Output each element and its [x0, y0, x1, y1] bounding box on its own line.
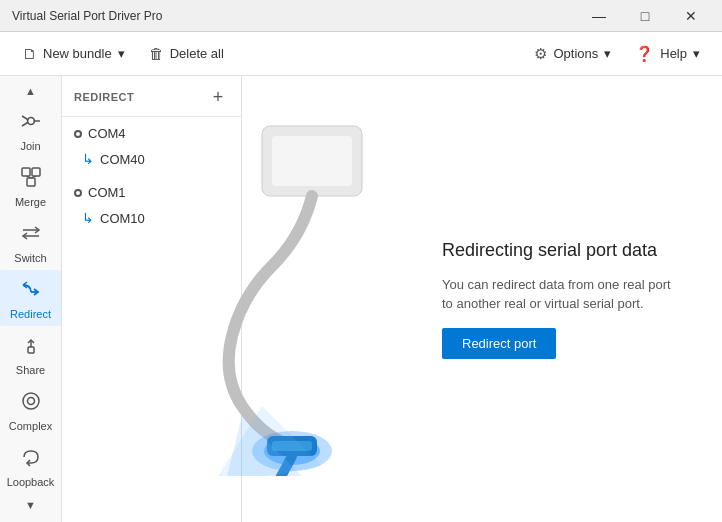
port-indicator-icon-2	[74, 189, 82, 197]
svg-point-0	[27, 118, 34, 125]
content-area: Redirecting serial port data You can red…	[242, 76, 722, 522]
delete-icon: 🗑	[149, 45, 164, 62]
svg-point-12	[27, 398, 34, 405]
new-bundle-label: New bundle	[43, 46, 112, 61]
sidebar-item-merge[interactable]: Merge	[0, 158, 61, 214]
svg-rect-6	[27, 178, 35, 186]
svg-rect-5	[32, 168, 40, 176]
minimize-button[interactable]: —	[576, 0, 622, 32]
sidebar-item-complex[interactable]: Complex	[0, 382, 61, 438]
options-button[interactable]: ⚙ Options ▾	[524, 39, 621, 69]
chevron-up-icon: ▲	[25, 85, 36, 97]
sidebar-item-switch[interactable]: Switch	[0, 214, 61, 270]
port-name-com40: COM40	[100, 152, 145, 167]
redirect-icon	[20, 278, 42, 305]
options-label: Options	[553, 46, 598, 61]
scroll-down-button[interactable]: ▼	[0, 494, 61, 516]
toolbar-right: ⚙ Options ▾ ❓ Help ▾	[524, 39, 710, 69]
svg-point-11	[23, 393, 39, 409]
sidebar-share-label: Share	[16, 364, 45, 376]
bundle-icon: 🗋	[22, 45, 37, 62]
loopback-icon	[20, 446, 42, 473]
port-name-com10: COM10	[100, 211, 145, 226]
sidebar-complex-label: Complex	[9, 420, 52, 432]
complex-icon	[20, 390, 42, 417]
gear-icon: ⚙	[534, 45, 547, 63]
main-area: ▲ Join	[0, 76, 722, 522]
sidebar-redirect-label: Redirect	[10, 308, 51, 320]
port-indicator-icon	[74, 130, 82, 138]
window-title: Virtual Serial Port Driver Pro	[12, 9, 163, 23]
svg-rect-9	[28, 347, 34, 353]
port-panel-title: REDIRECT	[74, 91, 134, 103]
port-name-com1: COM1	[88, 185, 126, 200]
svg-rect-4	[22, 168, 30, 176]
sidebar-join-label: Join	[20, 140, 40, 152]
maximize-button[interactable]: □	[622, 0, 668, 32]
new-bundle-arrow-icon: ▾	[118, 46, 125, 61]
options-arrow-icon: ▾	[604, 46, 611, 61]
sidebar-switch-label: Switch	[14, 252, 46, 264]
sidebar-item-redirect[interactable]: Redirect	[0, 270, 61, 326]
sidebar-item-share[interactable]: Share	[0, 326, 61, 382]
help-arrow-icon: ▾	[693, 46, 700, 61]
window-controls: — □ ✕	[576, 0, 714, 32]
port-child-arrow-icon-2: ↳	[82, 210, 94, 226]
merge-icon	[20, 166, 42, 193]
port-child-arrow-icon: ↳	[82, 151, 94, 167]
sidebar-merge-label: Merge	[15, 196, 46, 208]
join-icon	[20, 110, 42, 137]
delete-all-label: Delete all	[170, 46, 224, 61]
port-name-com4: COM4	[88, 126, 126, 141]
toolbar: 🗋 New bundle ▾ 🗑 Delete all ⚙ Options ▾ …	[0, 32, 722, 76]
svg-line-2	[22, 122, 29, 126]
svg-line-1	[22, 116, 29, 120]
title-bar: Virtual Serial Port Driver Pro — □ ✕	[0, 0, 722, 32]
scroll-up-button[interactable]: ▲	[0, 80, 61, 102]
chevron-down-icon: ▼	[25, 499, 36, 511]
new-bundle-button[interactable]: 🗋 New bundle ▾	[12, 39, 135, 68]
sidebar-item-join[interactable]: Join	[0, 102, 61, 158]
illustration	[212, 96, 492, 476]
share-icon	[20, 334, 42, 361]
sidebar-item-loopback[interactable]: Loopback	[0, 438, 61, 494]
close-button[interactable]: ✕	[668, 0, 714, 32]
sidebar: ▲ Join	[0, 76, 62, 522]
switch-icon	[20, 222, 42, 249]
help-button[interactable]: ❓ Help ▾	[625, 39, 710, 69]
delete-all-button[interactable]: 🗑 Delete all	[139, 39, 234, 68]
help-icon: ❓	[635, 45, 654, 63]
help-label: Help	[660, 46, 687, 61]
svg-rect-14	[272, 136, 352, 186]
sidebar-loopback-label: Loopback	[7, 476, 55, 488]
